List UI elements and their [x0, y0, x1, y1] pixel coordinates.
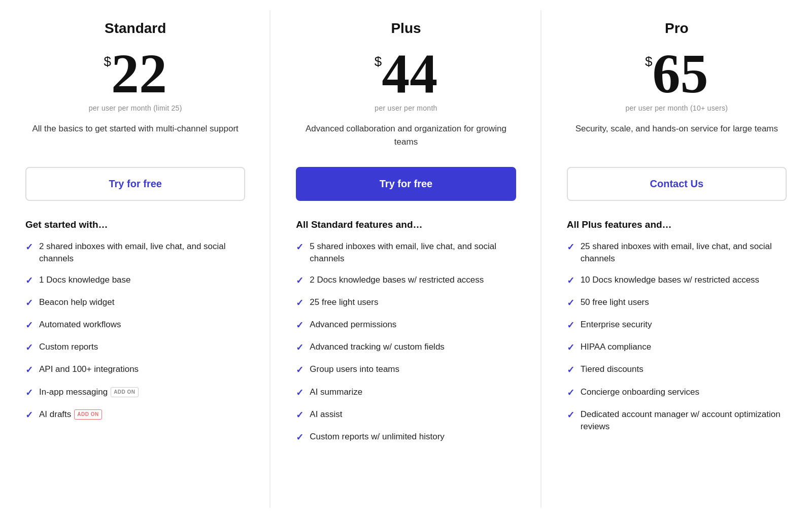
list-item: ✓Concierge onboarding services	[567, 386, 787, 399]
price-period-pro: per user per month (10+ users)	[567, 104, 787, 112]
check-icon: ✓	[25, 387, 33, 399]
feature-text: HIPAA compliance	[581, 341, 652, 353]
plan-name-plus: Plus	[296, 20, 516, 37]
feature-text: Automated workflows	[39, 319, 121, 331]
list-item: ✓Beacon help widget	[25, 296, 245, 309]
price-period-plus: per user per month	[296, 104, 516, 112]
check-icon: ✓	[296, 387, 303, 399]
price-number-pro: 65	[653, 49, 708, 99]
price-block-standard: $22	[25, 49, 245, 99]
cta-button-pro[interactable]: Contact Us	[567, 167, 787, 201]
features-heading-pro: All Plus features and…	[567, 219, 787, 230]
check-icon: ✓	[25, 297, 33, 309]
list-item: ✓10 Docs knowledge bases w/ restricted a…	[567, 274, 787, 287]
plan-col-standard: Standard$22per user per month (limit 25)…	[0, 0, 270, 518]
check-icon: ✓	[296, 409, 303, 422]
check-icon: ✓	[296, 297, 303, 309]
plan-col-pro: Pro$65per user per month (10+ users)Secu…	[542, 0, 812, 518]
feature-text: 1 Docs knowledge base	[39, 274, 131, 286]
list-item: ✓25 free light users	[296, 296, 516, 309]
list-item: ✓Group users into teams	[296, 363, 516, 376]
plan-description-plus: Advanced collaboration and organization …	[296, 122, 516, 153]
feature-text: Concierge onboarding services	[581, 386, 699, 398]
features-heading-plus: All Standard features and…	[296, 219, 516, 230]
feature-text: 25 free light users	[310, 296, 378, 308]
list-item: ✓In-app messagingADD ON	[25, 386, 245, 399]
plan-description-pro: Security, scale, and hands-on service fo…	[567, 122, 787, 153]
check-icon: ✓	[567, 241, 574, 254]
pricing-table: Standard$22per user per month (limit 25)…	[0, 0, 812, 518]
check-icon: ✓	[567, 387, 574, 399]
list-item: ✓Tiered discounts	[567, 363, 787, 376]
check-icon: ✓	[567, 341, 574, 354]
price-period-standard: per user per month (limit 25)	[25, 104, 245, 112]
feature-list-plus: ✓5 shared inboxes with email, live chat,…	[296, 240, 516, 444]
check-icon: ✓	[25, 319, 33, 332]
feature-text: AI summarize	[310, 386, 362, 398]
feature-text: Custom reports	[39, 341, 98, 353]
plan-col-plus: Plus$44per user per monthAdvanced collab…	[270, 0, 541, 518]
feature-text: Enterprise security	[581, 319, 652, 331]
list-item: ✓API and 100+ integrations	[25, 363, 245, 376]
feature-text: API and 100+ integrations	[39, 363, 139, 375]
check-icon: ✓	[567, 319, 574, 332]
check-icon: ✓	[296, 431, 303, 444]
feature-list-pro: ✓25 shared inboxes with email, live chat…	[567, 240, 787, 432]
check-icon: ✓	[296, 319, 303, 332]
feature-text: Custom reports w/ unlimited history	[310, 431, 444, 443]
cta-button-plus[interactable]: Try for free	[296, 167, 516, 201]
plan-name-standard: Standard	[25, 20, 245, 37]
check-icon: ✓	[296, 364, 303, 376]
check-icon: ✓	[296, 341, 303, 354]
check-icon: ✓	[25, 274, 33, 287]
feature-text: Advanced permissions	[310, 319, 396, 331]
feature-text: 5 shared inboxes with email, live chat, …	[310, 240, 516, 265]
list-item: ✓5 shared inboxes with email, live chat,…	[296, 240, 516, 265]
cta-button-standard[interactable]: Try for free	[25, 167, 245, 201]
feature-text: Advanced tracking w/ custom fields	[310, 341, 445, 353]
price-display-standard: $22	[104, 49, 166, 99]
list-item: ✓AI summarize	[296, 386, 516, 399]
list-item: ✓Automated workflows	[25, 319, 245, 332]
plan-description-standard: All the basics to get started with multi…	[25, 122, 245, 153]
price-block-plus: $44	[296, 49, 516, 99]
list-item: ✓Advanced permissions	[296, 319, 516, 332]
list-item: ✓Dedicated account manager w/ account op…	[567, 408, 787, 433]
feature-list-standard: ✓2 shared inboxes with email, live chat,…	[25, 240, 245, 422]
price-dollar-pro: $	[645, 55, 652, 68]
addon-badge: ADD ON	[111, 387, 138, 397]
list-item: ✓Custom reports	[25, 341, 245, 354]
feature-text: 50 free light users	[581, 296, 649, 308]
feature-text: 10 Docs knowledge bases w/ restricted ac…	[581, 274, 759, 286]
list-item: ✓2 shared inboxes with email, live chat,…	[25, 240, 245, 265]
check-icon: ✓	[296, 241, 303, 254]
check-icon: ✓	[25, 241, 33, 254]
feature-text: In-app messagingADD ON	[39, 386, 139, 398]
list-item: ✓AI draftsADD ON	[25, 408, 245, 422]
check-icon: ✓	[567, 364, 574, 376]
feature-text: 2 Docs knowledge bases w/ restricted acc…	[310, 274, 484, 286]
price-block-pro: $65	[567, 49, 787, 99]
list-item: ✓Custom reports w/ unlimited history	[296, 431, 516, 444]
price-number-standard: 22	[111, 49, 167, 99]
feature-text: Group users into teams	[310, 363, 399, 375]
check-icon: ✓	[296, 274, 303, 287]
price-number-plus: 44	[382, 49, 437, 99]
feature-text: Tiered discounts	[581, 363, 644, 375]
list-item: ✓25 shared inboxes with email, live chat…	[567, 240, 787, 265]
check-icon: ✓	[567, 274, 574, 287]
list-item: ✓HIPAA compliance	[567, 341, 787, 354]
list-item: ✓50 free light users	[567, 296, 787, 309]
feature-text: 2 shared inboxes with email, live chat, …	[39, 240, 245, 265]
list-item: ✓Enterprise security	[567, 319, 787, 332]
check-icon: ✓	[25, 409, 33, 422]
list-item: ✓2 Docs knowledge bases w/ restricted ac…	[296, 274, 516, 287]
feature-text: AI assist	[310, 408, 342, 421]
price-dollar-standard: $	[104, 55, 111, 68]
check-icon: ✓	[25, 341, 33, 354]
feature-text: AI draftsADD ON	[39, 408, 102, 421]
feature-text: Beacon help widget	[39, 296, 114, 308]
list-item: ✓1 Docs knowledge base	[25, 274, 245, 287]
list-item: ✓AI assist	[296, 408, 516, 422]
price-dollar-plus: $	[375, 55, 382, 68]
